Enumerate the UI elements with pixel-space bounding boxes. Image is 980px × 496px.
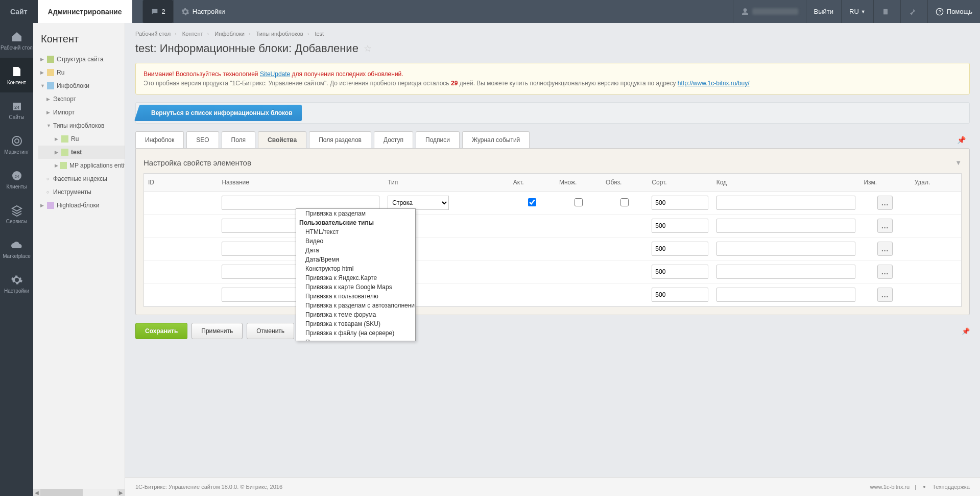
dropdown-option[interactable]: Привязка к файлу (на сервере): [296, 328, 415, 338]
tree-type-ru[interactable]: ▶Ru: [38, 132, 125, 146]
crumb[interactable]: test: [315, 31, 324, 37]
main-content: Рабочий стол› Контент› Инфоблоки› Типы и…: [125, 23, 980, 496]
dropdown-option[interactable]: Дата/Время: [296, 255, 415, 264]
top-clipboard[interactable]: [873, 0, 900, 23]
sidebar-scrollbar[interactable]: ◀ ▶: [33, 489, 125, 496]
crumb[interactable]: Рабочий стол: [135, 31, 171, 37]
footer-support-link[interactable]: Техподдержка: [933, 484, 970, 490]
crumb[interactable]: Контент: [182, 31, 203, 37]
multiple-checkbox[interactable]: [575, 198, 583, 206]
notifications[interactable]: 2: [142, 0, 173, 23]
nav-services[interactable]: Сервисы: [0, 197, 33, 231]
dropdown-option[interactable]: Привязка к разделам: [296, 209, 415, 218]
tab-admin[interactable]: Администрирование: [38, 0, 132, 23]
svg-point-5: [12, 136, 21, 146]
tree-import[interactable]: ▶Импорт: [38, 106, 125, 119]
pin-tabs-icon[interactable]: 📌: [953, 132, 970, 148]
tree-tools[interactable]: ○Инструменты: [38, 185, 125, 199]
tab-captions[interactable]: Подписи: [416, 131, 460, 148]
tree-types[interactable]: ▼Типы инфоблоков: [38, 119, 125, 132]
dropdown-option[interactable]: Привязка к карте Google Maps: [296, 282, 415, 292]
edit-button[interactable]: ...: [877, 196, 893, 210]
target-icon: [11, 135, 23, 147]
footer-site-link[interactable]: www.1c-bitrix.ru: [870, 484, 910, 490]
tab-access[interactable]: Доступ: [374, 131, 413, 148]
apply-button[interactable]: Применить: [192, 323, 243, 339]
nav-marketing[interactable]: Маркетинг: [0, 127, 33, 162]
edit-button[interactable]: ...: [877, 265, 893, 279]
crumb[interactable]: Инфоблоки: [214, 31, 245, 37]
tree-ru[interactable]: ▶Ru: [38, 66, 125, 79]
tab-seo[interactable]: SEO: [186, 131, 219, 148]
sort-input[interactable]: [652, 196, 708, 210]
siteupdate-link[interactable]: SiteUpdate: [260, 70, 290, 78]
code-input[interactable]: [716, 265, 856, 279]
cancel-button[interactable]: Отменить: [247, 323, 294, 339]
type-dropdown[interactable]: Привязка к разделам Пользовательские тип…: [296, 208, 416, 341]
tree-highload[interactable]: ▶Highload-блоки: [38, 199, 125, 212]
tree-type-mp[interactable]: ▶MP applications entities: [38, 159, 125, 172]
active-checkbox[interactable]: [528, 198, 536, 206]
dropdown-option[interactable]: Привязка к теме форума: [296, 310, 415, 319]
dropdown-option[interactable]: Привязка к Яндекс.Карте: [296, 273, 415, 282]
save-button[interactable]: Сохранить: [135, 323, 187, 339]
type-select[interactable]: Строка: [388, 196, 449, 210]
buy-link[interactable]: http://www.1c-bitrix.ru/buy/: [678, 80, 750, 87]
tree-facet[interactable]: ○Фасетные индексы: [38, 172, 125, 185]
dropdown-option[interactable]: Привязка к элементам в виде списка: [296, 338, 415, 341]
dropdown-option[interactable]: Видео: [296, 237, 415, 246]
th-active: Акт.: [509, 174, 555, 192]
tab-fields[interactable]: Поля: [222, 131, 256, 148]
scroll-thumb[interactable]: [40, 489, 83, 496]
crumb[interactable]: Типы инфоблоков: [256, 31, 303, 37]
top-settings[interactable]: Настройки: [173, 0, 233, 23]
tab-iblock[interactable]: Инфоблок: [135, 131, 184, 148]
nav-desktop[interactable]: Рабочий стол: [0, 23, 33, 58]
edit-button[interactable]: ...: [877, 219, 893, 233]
nav-sites[interactable]: 24Сайты: [0, 92, 33, 127]
top-pin[interactable]: [900, 0, 927, 23]
edit-button[interactable]: ...: [877, 242, 893, 256]
tree-export[interactable]: ▶Экспорт: [38, 92, 125, 106]
tree-structure[interactable]: ▶Структура сайта: [38, 53, 125, 66]
dropdown-option[interactable]: Дата: [296, 246, 415, 255]
edit-button[interactable]: ...: [877, 288, 893, 302]
nav-settings[interactable]: Настройки: [0, 266, 33, 301]
name-input[interactable]: [222, 196, 379, 210]
nav-clients[interactable]: 24Клиенты: [0, 162, 33, 197]
back-button[interactable]: Вернуться в список информационных блоков: [142, 105, 302, 121]
dropdown-option[interactable]: Привязка к разделам с автозаполнением: [296, 301, 415, 310]
tab-section-fields[interactable]: Поля разделов: [309, 131, 371, 148]
scroll-right-icon[interactable]: ▶: [117, 489, 125, 496]
collapse-icon[interactable]: ▼: [955, 159, 962, 167]
dropdown-option[interactable]: Конструктор html: [296, 264, 415, 273]
tab-log[interactable]: Журнал событий: [462, 131, 530, 148]
tab-properties[interactable]: Свойства: [258, 131, 306, 148]
nav-content[interactable]: Контент: [0, 58, 33, 92]
pin-actions-icon[interactable]: 📌: [962, 327, 970, 335]
sort-input[interactable]: [652, 265, 708, 279]
top-help[interactable]: ? Помощь: [927, 0, 980, 23]
lang-switch[interactable]: RU▼: [841, 0, 873, 23]
caret-icon: ▶: [46, 97, 52, 102]
scroll-left-icon[interactable]: ◀: [33, 489, 40, 496]
page-title: test: Информационные блоки: Добавление ☆: [125, 39, 980, 63]
dropdown-option[interactable]: Привязка к пользователю: [296, 292, 415, 301]
required-checkbox[interactable]: [620, 198, 629, 206]
code-input[interactable]: [716, 196, 856, 210]
tree-iblocks[interactable]: ▼Инфоблоки: [38, 79, 125, 92]
dropdown-option[interactable]: HTML/текст: [296, 227, 415, 237]
logout-link[interactable]: Выйти: [806, 0, 842, 23]
sort-input[interactable]: [652, 242, 708, 256]
dropdown-option[interactable]: Привязка к товарам (SKU): [296, 319, 415, 328]
user-menu[interactable]: [733, 0, 806, 23]
code-input[interactable]: [716, 219, 856, 233]
sort-input[interactable]: [652, 219, 708, 233]
tree-type-test[interactable]: ▶test: [38, 146, 125, 159]
tab-site[interactable]: Сайт: [0, 0, 38, 23]
sort-input[interactable]: [652, 288, 708, 302]
favorite-star-icon[interactable]: ☆: [364, 43, 372, 54]
code-input[interactable]: [716, 288, 856, 302]
nav-marketplace[interactable]: Marketplace: [0, 231, 33, 266]
code-input[interactable]: [716, 242, 856, 256]
